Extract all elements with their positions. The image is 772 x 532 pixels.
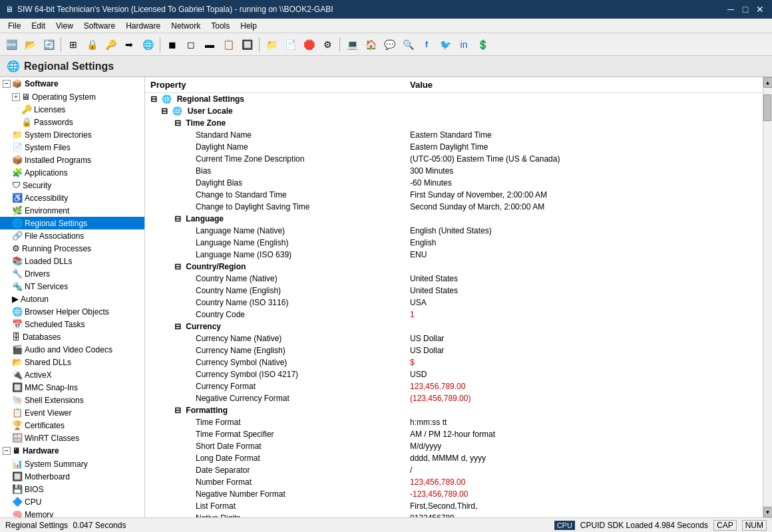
sidebar-item-regional-settings[interactable]: 🌐 Regional Settings [0, 217, 144, 229]
toolbar-clip[interactable]: 📋 [220, 36, 237, 53]
sidebar-item-autorun[interactable]: ▶ Autorun [0, 293, 144, 305]
sidebar-item-licenses[interactable]: 🔑 Licenses [0, 103, 144, 116]
maximize-button[interactable]: □ [739, 3, 752, 15]
software-expander[interactable]: − [3, 80, 11, 88]
sidebar-item-event-viewer[interactable]: 📋 Event Viewer [0, 406, 144, 419]
sidebar-item-passwords[interactable]: 🔒 Passwords [0, 116, 144, 128]
toolbar-chip[interactable]: 🔲 [238, 36, 256, 53]
toolbar-li[interactable]: in [455, 36, 473, 53]
scroll-down[interactable]: ▼ [763, 507, 773, 517]
toolbar-fb[interactable]: f [418, 36, 435, 53]
sidebar-item-mmc[interactable]: 🔲 MMC Snap-Ins [0, 381, 144, 394]
sidebar-item-shared-dlls[interactable]: 📂 Shared DLLs [0, 356, 144, 368]
val-country-native: United States [405, 273, 763, 285]
sidebar-item-databases[interactable]: 🗄 Databases [0, 331, 144, 343]
os-expander[interactable]: + [12, 93, 20, 101]
table-row: Language Name (ISO 639) ENU [145, 249, 763, 261]
sidebar-item-shell-extensions[interactable]: 🐚 Shell Extensions [0, 394, 144, 406]
scroll-thumb[interactable] [763, 94, 771, 121]
scrollbar[interactable]: ▲ ▼ [763, 77, 772, 517]
sidebar-item-file-associations[interactable]: 🔗 File Associations [0, 229, 144, 242]
sidebar-item-memory[interactable]: 🧠 Memory [0, 508, 144, 517]
toolbar-arrow[interactable]: ➡ [120, 36, 138, 53]
toolbar-stop[interactable]: 🛑 [300, 36, 317, 53]
mb-label: Motherboard [25, 472, 70, 481]
db-icon: 🗄 [12, 332, 21, 342]
menu-file[interactable]: File [3, 20, 26, 32]
toolbar-key[interactable]: 🔑 [102, 36, 119, 53]
toolbar-refresh[interactable]: 🔄 [40, 36, 57, 53]
sidebar-item-certificates[interactable]: 🏆 Certificates [0, 419, 144, 432]
sidebar-item-drivers[interactable]: 🔧 Drivers [0, 267, 144, 280]
scroll-track[interactable] [763, 88, 773, 507]
prop-curr-english: Currency Name (English) [145, 344, 405, 356]
table-row: Bias 300 Minutes [145, 165, 763, 177]
toolbar-new[interactable]: 🆕 [3, 36, 20, 53]
menu-software[interactable]: Software [79, 20, 120, 32]
toolbar-pc[interactable]: 💻 [343, 36, 361, 53]
menu-bar: File Edit View Software Hardware Network… [0, 19, 772, 33]
menu-edit[interactable]: Edit [26, 20, 51, 32]
sidebar-item-nt-services[interactable]: 🔩 NT Services [0, 280, 144, 293]
toolbar-square1[interactable]: ◼ [164, 36, 181, 53]
scroll-up[interactable]: ▲ [763, 77, 773, 88]
sidebar-item-scheduled-tasks[interactable]: 📅 Scheduled Tasks [0, 318, 144, 331]
toolbar-dollar[interactable]: 💲 [474, 36, 491, 53]
menu-tools[interactable]: Tools [206, 20, 235, 32]
toolbar-search[interactable]: 🔍 [399, 36, 417, 53]
sidebar-item-operating-system[interactable]: + 🖥 Operating System [0, 90, 144, 103]
sidebar-section-software[interactable]: − 📦 Software [0, 77, 144, 90]
minimize-button[interactable]: ─ [724, 3, 737, 15]
sidebar-item-motherboard[interactable]: 🔲 Motherboard [0, 470, 144, 483]
licenses-label: Licenses [34, 105, 65, 114]
sidebar-item-accessibility[interactable]: ♿ Accessibility [0, 192, 144, 204]
val-standard-name: Eastern Standard Time [405, 129, 763, 141]
toolbar-folder[interactable]: 📁 [263, 36, 280, 53]
menu-network[interactable]: Network [166, 20, 206, 32]
sidebar-item-loaded-dlls[interactable]: 📚 Loaded DLLs [0, 255, 144, 267]
close-button[interactable]: ✕ [753, 3, 767, 15]
sidebar-item-audio-video[interactable]: 🎬 Audio and Video Codecs [0, 343, 144, 356]
licenses-icon: 🔑 [21, 104, 32, 114]
toolbar-globe[interactable]: 🌐 [139, 36, 156, 53]
toolbar-tw[interactable]: 🐦 [437, 36, 454, 53]
sidebar-item-cpu[interactable]: 🔷 CPU [0, 495, 144, 508]
val-native-digits: 0123456789 [405, 512, 763, 517]
toolbar-grid[interactable]: ⊞ [65, 36, 82, 53]
toolbar-chat[interactable]: 💬 [381, 36, 398, 53]
table-row: Native Digits 0123456789 [145, 512, 763, 517]
toolbar-doc[interactable]: 📄 [282, 36, 299, 53]
title-bar-controls[interactable]: ─ □ ✕ [724, 3, 767, 15]
schtasks-label: Scheduled Tasks [25, 320, 85, 329]
sidebar-item-system-summary[interactable]: 📊 System Summary [0, 458, 144, 470]
val-neg-curr-format: (123,456,789.00) [405, 392, 763, 404]
sidebar-item-system-files[interactable]: 📄 System Files [0, 141, 144, 154]
sidebar-item-applications[interactable]: 🧩 Applications [0, 166, 144, 179]
sidebar-item-system-directories[interactable]: 📁 System Directories [0, 128, 144, 141]
sidebar-item-running-processes[interactable]: ⚙ Running Processes [0, 242, 144, 255]
table-row: Short Date Format M/d/yyyy [145, 440, 763, 452]
menu-hardware[interactable]: Hardware [120, 20, 166, 32]
menu-view[interactable]: View [51, 20, 79, 32]
sidebar-item-bios[interactable]: 💾 BIOS [0, 483, 144, 495]
sidebar-item-browser-helper[interactable]: 🌐 Browser Helper Objects [0, 305, 144, 318]
status-cpuid: CPUID SDK Loaded 4.984 Seconds [580, 521, 708, 530]
toolbar-bar[interactable]: ▬ [201, 36, 218, 53]
table-row: Negative Currency Format (123,456,789.00… [145, 392, 763, 404]
prop-list-format: List Format [145, 500, 405, 512]
toolbar-lock[interactable]: 🔒 [83, 36, 100, 53]
sidebar-item-winrt[interactable]: 🪟 WinRT Classes [0, 432, 144, 444]
menu-help[interactable]: Help [235, 20, 262, 32]
hardware-expander[interactable]: − [3, 447, 11, 455]
toolbar-square2[interactable]: ◻ [182, 36, 200, 53]
sidebar-section-hardware[interactable]: − 🖥 Hardware [0, 444, 144, 458]
sidebar-item-activex[interactable]: 🔌 ActiveX [0, 368, 144, 381]
toolbar-house[interactable]: 🏠 [362, 36, 379, 53]
toolbar-gear[interactable]: ⚙ [319, 36, 336, 53]
sidebar: − 📦 Software + 🖥 Operating System 🔑 Lice… [0, 77, 145, 517]
sidebar-item-installed-programs[interactable]: 📦 Installed Programs [0, 154, 144, 166]
toolbar-open[interactable]: 📂 [21, 36, 39, 53]
sidebar-item-environment[interactable]: 🌿 Environment [0, 204, 144, 217]
val-long-date: dddd, MMMM d, yyyy [405, 452, 763, 464]
sidebar-item-security[interactable]: 🛡 Security [0, 179, 144, 192]
